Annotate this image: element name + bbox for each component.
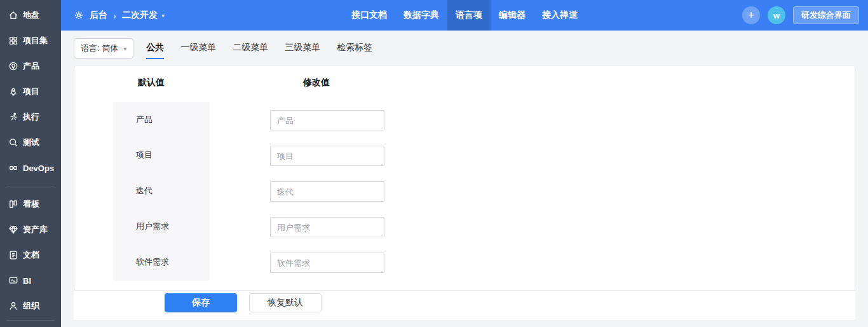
save-button[interactable]: 保存 [165,293,237,312]
sidebar-item-devops[interactable]: DevOps [0,155,61,181]
devops-infinity-icon [8,163,18,173]
topnav-data-dict[interactable]: 数据字典 [395,0,447,31]
product-bulb-icon [8,61,18,71]
dev-workbench-button[interactable]: 研发综合界面 [793,6,859,24]
tab-search-labels[interactable]: 检索标签 [337,42,372,59]
sidebar-item-bi[interactable]: BI [0,268,61,293]
modified-value-input-project[interactable] [270,146,384,166]
language-dropdown[interactable]: 语言: 简体 ▾ [74,38,133,59]
sidebar-item-label: 组织 [23,300,39,312]
sidebar-divider [6,320,55,321]
modified-value-input-sprint[interactable] [270,181,384,202]
topbar: 后台 › 二次开发 ▾ 接口文档 数据字典 语言项 编辑器 接入禅道 + w 研… [61,0,868,31]
topnav-integrate[interactable]: 接入禅道 [534,0,586,31]
breadcrumb-root[interactable]: 后台 [90,10,107,21]
default-value-label: 软件需求 [113,244,210,280]
sidebar-item-doc[interactable]: 文档 [0,242,61,268]
topbar-right: + w 研发综合界面 [742,6,859,24]
sidebar-item-dipan[interactable]: 地盘 [0,3,61,28]
breadcrumb-current[interactable]: 二次开发 [122,10,158,21]
language-form-card: 默认值 修改值 产品 项目 迭代 用户需求 软件需求 [74,66,855,291]
modified-values-column [270,110,384,273]
caret-down-icon[interactable]: ▾ [161,12,165,19]
sidebar-item-product[interactable]: 产品 [0,53,61,79]
execution-runner-icon [8,112,18,122]
default-values-panel: 产品 项目 迭代 用户需求 软件需求 [113,102,210,281]
project-rocket-icon [8,87,18,97]
default-value-label: 项目 [113,137,210,173]
qa-magnifier-icon [8,137,18,148]
breadcrumb: 后台 › 二次开发 ▾ [74,10,165,21]
tab-common[interactable]: 公共 [146,42,164,59]
avatar-initial: w [773,11,780,20]
avatar[interactable]: w [768,6,785,24]
sidebar: 地盘 项目集 产品 项目 执行 测试 DevOps 看板 [0,0,61,327]
sidebar-item-assets[interactable]: 资产库 [0,217,61,242]
form-footer: 保存 恢复默认 [74,291,855,320]
sidebar-item-kanban[interactable]: 看板 [0,191,61,217]
sidebar-item-project[interactable]: 项目 [0,79,61,104]
plus-icon: + [748,10,755,21]
sidebar-item-label: 文档 [23,249,39,261]
document-icon [8,250,18,260]
sidebar-item-label: 项目集 [23,35,48,46]
sidebar-item-label: 执行 [23,111,39,123]
sidebar-item-label: 项目 [23,86,39,97]
sidebar-item-org[interactable]: 组织 [0,293,61,319]
breadcrumb-separator-icon: › [113,10,116,21]
modified-value-input-softwarereq[interactable] [270,253,384,273]
app-root: 地盘 项目集 产品 项目 执行 测试 DevOps 看板 [0,0,868,327]
sidebar-item-label: 产品 [23,60,39,72]
modified-value-input-product[interactable] [270,110,384,130]
program-grid-icon [8,36,18,46]
organization-user-icon [8,301,18,311]
home-icon [8,10,18,20]
bi-monitor-icon [8,275,18,286]
sidebar-item-label: BI [23,276,31,286]
sidebar-item-program[interactable]: 项目集 [0,28,61,53]
tab-menu-level2[interactable]: 二级菜单 [233,42,268,59]
topnav-lang-items[interactable]: 语言项 [447,0,491,31]
tab-menu-level1[interactable]: 一级菜单 [180,42,216,59]
sidebar-item-label: 资产库 [23,224,48,235]
main-area: 后台 › 二次开发 ▾ 接口文档 数据字典 语言项 编辑器 接入禅道 + w 研… [61,0,868,327]
topnav-editor[interactable]: 编辑器 [491,0,534,31]
gear-icon [74,10,84,20]
language-dropdown-label: 语言: 简体 [81,43,118,54]
default-value-label: 迭代 [113,173,210,209]
chevron-down-icon: ▾ [123,45,126,52]
restore-default-button[interactable]: 恢复默认 [249,293,322,312]
sidebar-item-qa[interactable]: 测试 [0,130,61,155]
assets-gem-icon [8,225,18,235]
sidebar-divider [6,186,55,186]
add-button[interactable]: + [742,6,760,24]
default-value-label: 用户需求 [113,209,210,244]
tab-bar: 公共 一级菜单 二级菜单 三级菜单 检索标签 [146,38,372,59]
column-header-default: 默认值 [116,77,186,88]
toolbar: 语言: 简体 ▾ 公共 一级菜单 二级菜单 三级菜单 检索标签 [74,38,855,62]
kanban-board-icon [8,199,18,209]
sidebar-item-label: 地盘 [23,10,39,21]
default-value-label: 产品 [113,102,210,137]
sidebar-item-label: 测试 [23,137,39,148]
topnav-api-docs[interactable]: 接口文档 [343,0,395,31]
sidebar-item-label: DevOps [23,164,54,173]
column-header-modified: 修改值 [281,77,351,88]
modified-value-input-userstory[interactable] [270,217,384,237]
tab-menu-level3[interactable]: 三级菜单 [285,42,320,59]
sidebar-item-label: 看板 [23,198,39,210]
sidebar-item-execution[interactable]: 执行 [0,104,61,130]
topbar-nav: 接口文档 数据字典 语言项 编辑器 接入禅道 [343,0,586,31]
